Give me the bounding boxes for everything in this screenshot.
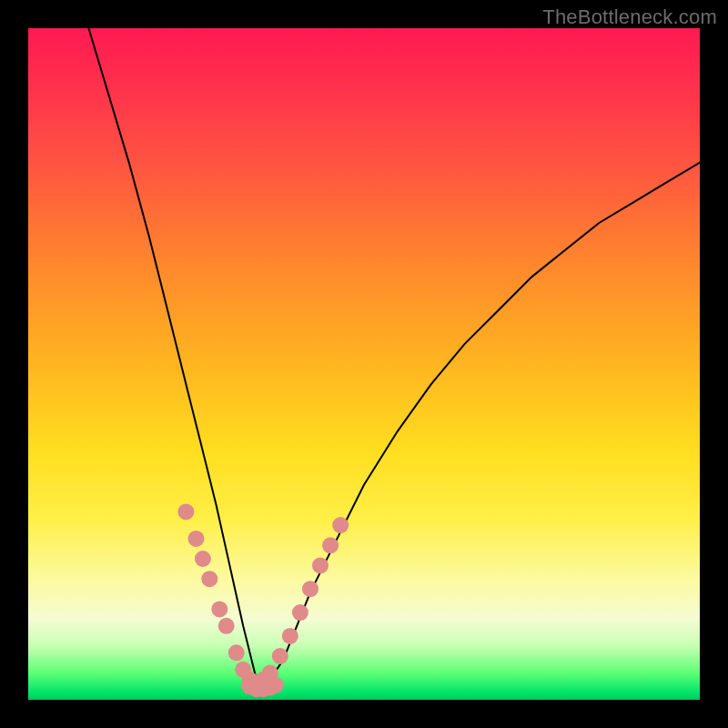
bead-dot [302,581,318,597]
bead-dot [332,517,349,533]
plot-area [28,28,700,700]
chart-svg [28,28,700,700]
bead-dot [201,571,217,587]
bead-dot [272,648,288,664]
left-beads-group [177,503,258,688]
bead-dot [188,531,205,547]
bottleneck-curve [88,28,700,680]
chart-frame: TheBottleneck.com [0,0,728,728]
bead-dot [322,537,339,553]
watermark-text: TheBottleneck.com [542,5,717,29]
bead-dot [195,551,211,567]
bead-dot [292,604,308,621]
bead-dot [218,618,235,634]
bead-dot [228,644,245,661]
bead-dot [211,601,228,617]
bead-dot [282,628,298,644]
bead-dot [177,503,194,520]
right-beads-group [255,517,349,688]
bead-dot [312,557,329,573]
bead-dot [268,677,284,693]
